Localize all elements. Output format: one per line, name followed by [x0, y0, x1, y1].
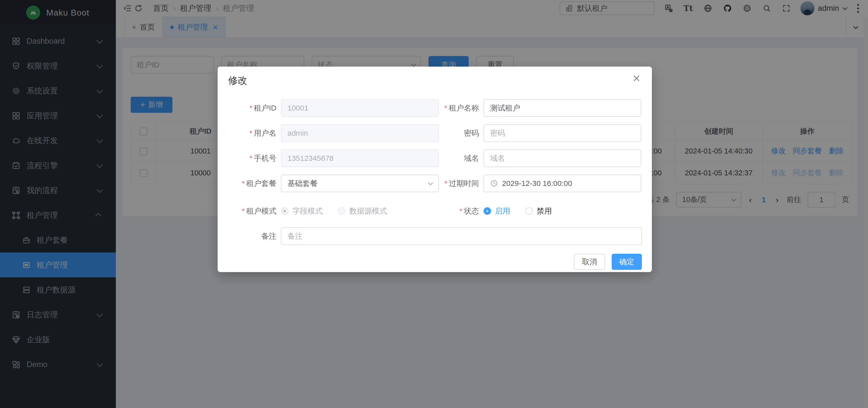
radio-datasource-mode: 数据源模式 [338, 206, 387, 216]
radio-dot-icon [484, 207, 491, 215]
field-label: 租户套餐 [228, 175, 281, 192]
field-password: 密码 [439, 124, 641, 142]
radio-dot-icon [281, 207, 288, 215]
mobile-input [281, 150, 439, 167]
field-domain: 域名 [439, 150, 641, 167]
field-username: 用户名 [228, 124, 439, 142]
field-label: 租户模式 [228, 206, 281, 216]
clock-icon [490, 179, 498, 187]
field-package: 租户套餐 基础套餐 [228, 175, 439, 192]
field-label: 手机号 [228, 150, 281, 167]
expire-time-value: 2029-12-30 16:00:00 [502, 179, 572, 188]
field-label: 用户名 [228, 124, 281, 142]
field-label: 过期时间 [439, 175, 484, 192]
package-select-value: 基础套餐 [287, 178, 318, 189]
field-label: 备注 [228, 227, 281, 245]
dialog-close-icon[interactable]: × [631, 70, 642, 86]
tenant-name-input[interactable] [484, 99, 641, 117]
field-remark: 备注 [228, 227, 642, 245]
field-mobile: 手机号 [228, 150, 439, 167]
field-tenant-name: 租户名称 [439, 99, 641, 117]
radio-status-enabled[interactable]: 启用 [484, 206, 510, 216]
password-input[interactable] [484, 124, 641, 142]
edit-tenant-dialog: 修改 × 租户ID 租户名称 用户名 密码 手机号 [218, 67, 652, 272]
field-label: 租户名称 [439, 99, 484, 117]
dialog-form: 租户ID 租户名称 用户名 密码 手机号 域名 [228, 99, 642, 270]
chevron-down-icon [428, 180, 433, 185]
field-tenant-mode: 租户模式 字段模式 数据源模式 [228, 206, 439, 216]
field-expire-time: 过期时间 2029-12-30 16:00:00 [439, 175, 641, 192]
dialog-footer: 取消 确定 [228, 254, 642, 270]
confirm-button[interactable]: 确定 [612, 254, 642, 270]
field-tenant-id: 租户ID [228, 99, 439, 117]
radio-dot-icon [525, 207, 533, 215]
tenant-id-input [281, 99, 439, 117]
radio-status-disabled[interactable]: 禁用 [525, 206, 552, 216]
field-status: 状态 启用 禁用 [439, 206, 552, 216]
package-select[interactable]: 基础套餐 [281, 175, 439, 192]
field-label: 域名 [439, 150, 484, 167]
username-input [281, 124, 439, 142]
remark-input[interactable] [281, 227, 642, 245]
expire-time-picker[interactable]: 2029-12-30 16:00:00 [484, 175, 641, 192]
radio-dot-icon [338, 207, 345, 215]
field-label: 状态 [439, 206, 484, 216]
cancel-button[interactable]: 取消 [574, 254, 605, 270]
field-label: 密码 [439, 124, 484, 142]
field-label: 租户ID [228, 99, 281, 117]
domain-input[interactable] [484, 150, 641, 167]
radio-field-mode: 字段模式 [281, 206, 323, 216]
dialog-title: 修改 [228, 74, 247, 87]
